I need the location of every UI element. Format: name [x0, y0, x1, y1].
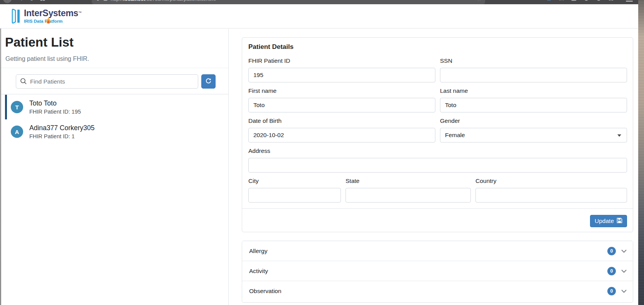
brand-mark-icon: [12, 8, 21, 26]
extensions-icon[interactable]: [596, 0, 601, 2]
search-bar: [1, 68, 228, 94]
menu-icon[interactable]: [626, 0, 633, 3]
account-icon[interactable]: [584, 0, 589, 2]
count-badge: 0: [607, 287, 616, 295]
ssn-label: SSN: [440, 57, 627, 64]
accordion-row-activity[interactable]: Activity 0: [242, 261, 633, 281]
city-label: City: [248, 178, 341, 184]
accordion-label: Observation: [249, 288, 607, 295]
first-name-label: First name: [248, 87, 435, 94]
patient-list-panel: Patient List Getting patient list using …: [1, 29, 229, 305]
gender-select[interactable]: Female: [440, 128, 627, 142]
avatar: T: [11, 101, 23, 113]
fhir-id-label: FHIR Patient ID: [248, 57, 435, 64]
patient-meta: FHIR Patient ID: 1: [29, 133, 94, 140]
trademark: ™: [78, 11, 82, 15]
patient-list-item[interactable]: T Toto Toto FHIR Patient ID: 195: [5, 95, 228, 119]
brand-tagline: IRIS Data Platform: [24, 19, 82, 23]
address-field[interactable]: [248, 158, 627, 173]
country-label: Country: [475, 178, 627, 184]
count-badge: 0: [607, 247, 616, 255]
chevron-down-icon[interactable]: [621, 249, 627, 253]
save-icon: [617, 218, 622, 225]
chevron-down-icon[interactable]: [621, 269, 627, 273]
page-subtitle: Getting patient list using FHIR.: [5, 55, 228, 62]
state-label: State: [346, 178, 471, 184]
apps-icon[interactable]: [609, 0, 614, 2]
flame-icon: [46, 17, 51, 26]
url-bar[interactable]: http://localhost:32783/mli/portal/patien…: [92, 0, 485, 4]
count-badge: 0: [607, 267, 616, 275]
page-actions-icon[interactable]: ⋯: [469, 0, 474, 2]
patient-name: Toto Toto: [29, 99, 81, 107]
page-title: Patient List: [5, 35, 228, 50]
sections-accordion: Allergy 0 Activity 0 Observation 0: [242, 241, 633, 303]
patient-list-item[interactable]: A Adina377 Corkery305 FHIR Patient ID: 1: [5, 119, 228, 144]
gender-label: Gender: [440, 117, 627, 124]
patient-list: T Toto Toto FHIR Patient ID: 195 A Adina…: [5, 95, 228, 144]
reload-icon[interactable]: ↻: [29, 0, 34, 4]
country-field[interactable]: [475, 188, 627, 203]
card-title: Patient Details: [248, 43, 627, 51]
patient-name: Adina377 Corkery305: [29, 124, 94, 132]
city-field[interactable]: [248, 188, 341, 203]
app-header: InterSystems™ IRIS Data Platform: [0, 4, 638, 28]
refresh-icon: [205, 77, 212, 86]
address-label: Address: [248, 147, 627, 154]
downloads-icon[interactable]: [546, 0, 551, 2]
home-icon[interactable]: [40, 0, 45, 4]
last-name-label: Last name: [440, 87, 627, 94]
url-text: http://localhost:32783/mli/portal/patien…: [111, 0, 466, 2]
first-name-field[interactable]: [248, 98, 435, 112]
bookmark-star-icon[interactable]: ☆: [477, 0, 481, 2]
patient-details-panel: Patient Details FHIR Patient ID SSN Firs…: [229, 29, 638, 305]
dob-label: Date of Birth: [248, 117, 435, 124]
forward-icon[interactable]: →: [18, 0, 23, 4]
desktop-background-strip: [638, 0, 644, 305]
fhir-id-field[interactable]: [248, 68, 435, 82]
accordion-label: Activity: [249, 268, 607, 275]
chevron-down-icon[interactable]: [621, 289, 627, 293]
ssn-field[interactable]: [440, 68, 627, 82]
dob-field[interactable]: [248, 128, 435, 142]
refresh-patients-button[interactable]: [201, 74, 216, 89]
avatar: A: [11, 126, 23, 138]
accordion-row-allergy[interactable]: Allergy 0: [242, 241, 633, 261]
state-field[interactable]: [346, 188, 471, 203]
library-icon[interactable]: [559, 0, 564, 2]
search-icon: [20, 78, 27, 86]
shield-icon[interactable]: [96, 0, 100, 2]
chevron-down-icon: [617, 134, 621, 137]
search-input[interactable]: [16, 74, 198, 89]
patient-details-card: Patient Details FHIR Patient ID SSN Firs…: [242, 37, 633, 232]
back-icon[interactable]: ←: [3, 0, 12, 3]
browser-toolbar: ← → ↻ http://localhost:32783/mli/portal/…: [0, 0, 638, 4]
accordion-row-observation[interactable]: Observation 0: [242, 281, 633, 301]
sidebars-icon[interactable]: [571, 0, 577, 2]
patient-meta: FHIR Patient ID: 195: [29, 108, 81, 116]
last-name-field[interactable]: [440, 98, 627, 112]
page-info-icon[interactable]: [103, 0, 108, 2]
accordion-label: Allergy: [249, 248, 607, 255]
update-button[interactable]: Update: [590, 215, 627, 227]
